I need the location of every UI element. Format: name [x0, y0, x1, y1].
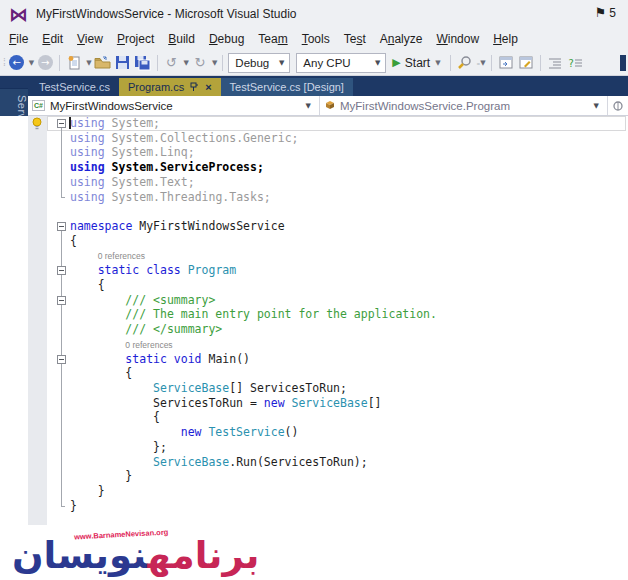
tab-label: TestService.cs [Design]: [230, 81, 344, 93]
project-dropdown[interactable]: C# MyFirstWindowsService ▼: [28, 96, 320, 115]
menu-item-window[interactable]: Window: [429, 29, 486, 49]
new-file-dropdown[interactable]: ▼: [86, 59, 91, 67]
code-token: (): [285, 425, 299, 439]
menu-item-analyze[interactable]: Analyze: [373, 29, 430, 49]
code-line[interactable]: ServicesToRun = new ServiceBase[]: [47, 396, 628, 411]
code-line[interactable]: using System.ServiceProcess;: [47, 160, 628, 175]
code-line[interactable]: [47, 204, 628, 219]
chevron-down-icon: ▼: [370, 59, 385, 67]
class-icon: [324, 100, 336, 111]
collapse-region-button[interactable]: [57, 222, 66, 231]
start-debug-button[interactable]: ▶ Start ▼: [388, 56, 444, 70]
collapse-region-button[interactable]: [57, 266, 66, 275]
code-token: System.Text;: [105, 175, 195, 189]
code-line[interactable]: /// </summary>: [47, 322, 628, 337]
code-line[interactable]: new TestService(): [47, 425, 628, 440]
open-file-button[interactable]: [94, 52, 112, 74]
lightbulb-icon[interactable]: [31, 117, 44, 131]
window-title: MyFirstWindowsService - Microsoft Visual…: [36, 7, 297, 21]
menu-item-team[interactable]: Team: [251, 29, 294, 49]
toolbar-overflow-button[interactable]: [620, 55, 626, 71]
redo-dropdown[interactable]: ▼: [212, 59, 217, 67]
chevron-down-icon: ▼: [274, 59, 289, 67]
save-button[interactable]: [114, 52, 132, 74]
toolbar-grip[interactable]: ⁞: [3, 57, 5, 68]
menu-item-project[interactable]: Project: [110, 29, 161, 49]
menu-item-tools[interactable]: Tools: [295, 29, 337, 49]
tab-label: Program.cs: [128, 81, 184, 93]
codelens-references[interactable]: 0 references: [47, 337, 628, 352]
find-in-files-button[interactable]: [456, 52, 474, 74]
solution-configuration-combo[interactable]: Debug ▼: [228, 53, 290, 73]
code-line[interactable]: {: [47, 234, 628, 249]
document-tab-strip: TestService.csProgram.cs×TestService.cs …: [0, 76, 628, 96]
code-line[interactable]: ServiceBase[] ServicesToRun;: [47, 381, 628, 396]
code-line[interactable]: /// <summary>: [47, 293, 628, 308]
undo-dropdown[interactable]: ▼: [184, 59, 189, 67]
collapse-region-button[interactable]: [57, 296, 66, 305]
codelens-references[interactable]: 0 references: [47, 248, 628, 263]
breakpoint-margin[interactable]: [28, 116, 47, 525]
find-options-dropdown[interactable]: ₌▼: [477, 59, 486, 67]
edit-panel-button[interactable]: [517, 52, 535, 74]
code-line[interactable]: {: [47, 278, 628, 293]
redo-button[interactable]: ↻: [191, 52, 209, 74]
type-dropdown[interactable]: MyFirstWindowsService.Program ▼: [320, 96, 608, 115]
save-all-button[interactable]: [134, 52, 152, 74]
undo-button[interactable]: ↺: [163, 52, 181, 74]
comment-lines-icon: ?: [567, 56, 583, 70]
new-file-icon: [67, 55, 82, 71]
code-line[interactable]: static void Main(): [47, 352, 628, 367]
menu-item-edit[interactable]: Edit: [35, 29, 70, 49]
menu-item-build[interactable]: Build: [161, 29, 202, 49]
code-line[interactable]: using System;: [47, 116, 628, 131]
navigate-back-dropdown[interactable]: ▼: [29, 59, 34, 67]
navigate-panel-button[interactable]: [497, 52, 515, 74]
navigate-forward-button[interactable]: →: [36, 52, 54, 74]
code-line[interactable]: {: [47, 410, 628, 425]
code-line[interactable]: }: [47, 484, 628, 499]
new-file-button[interactable]: [65, 52, 83, 74]
code-token: 0 references: [125, 340, 172, 350]
editor-options-button[interactable]: [608, 96, 628, 115]
notifications-button[interactable]: ⚑ 5: [595, 5, 616, 20]
solution-platform-combo[interactable]: Any CPU ▼: [296, 53, 386, 73]
code-area[interactable]: using System;using System.Collections.Ge…: [47, 116, 628, 513]
menu-item-debug[interactable]: Debug: [202, 29, 251, 49]
code-token: TestService: [202, 425, 285, 439]
code-line[interactable]: using System.Threading.Tasks;: [47, 190, 628, 205]
code-line[interactable]: using System.Collections.Generic;: [47, 131, 628, 146]
code-line[interactable]: }: [47, 499, 628, 514]
code-line[interactable]: namespace MyFirstWindowsService: [47, 219, 628, 234]
code-editor[interactable]: using System;using System.Collections.Ge…: [0, 116, 628, 525]
code-line[interactable]: using System.Text;: [47, 175, 628, 190]
code-line[interactable]: /// The main entry point for the applica…: [47, 307, 628, 322]
code-token: using: [70, 175, 105, 189]
code-line[interactable]: {: [47, 366, 628, 381]
back-arrow-icon: ←: [9, 55, 24, 70]
navigate-back-button[interactable]: ←: [8, 52, 26, 74]
code-line[interactable]: static class Program: [47, 263, 628, 278]
code-line[interactable]: using System.Linq;: [47, 145, 628, 160]
code-token: /// <summary>: [125, 293, 215, 307]
menu-item-view[interactable]: View: [70, 29, 110, 49]
menu-item-help[interactable]: Help: [486, 29, 525, 49]
collapse-region-button[interactable]: [57, 355, 66, 364]
code-line[interactable]: }: [47, 469, 628, 484]
code-token: {: [70, 234, 77, 248]
forward-arrow-icon: →: [38, 55, 53, 70]
pin-icon[interactable]: [190, 82, 199, 92]
tab-program-cs[interactable]: Program.cs×: [119, 78, 221, 96]
tab-testservice-cs-design-[interactable]: TestService.cs [Design]: [221, 78, 353, 96]
code-line[interactable]: ServiceBase.Run(ServicesToRun);: [47, 455, 628, 470]
comment-lines-button[interactable]: ?: [566, 52, 584, 74]
collapse-region-button[interactable]: [57, 119, 66, 128]
code-line[interactable]: };: [47, 440, 628, 455]
tab-testservice-cs[interactable]: TestService.cs: [30, 78, 119, 96]
menu-item-file[interactable]: File: [2, 29, 35, 49]
notification-count: 5: [609, 6, 616, 20]
decrease-indent-button[interactable]: [546, 52, 564, 74]
close-icon[interactable]: ×: [205, 82, 211, 93]
chevron-down-icon: ▼: [306, 102, 315, 110]
menu-item-test[interactable]: Test: [337, 29, 373, 49]
